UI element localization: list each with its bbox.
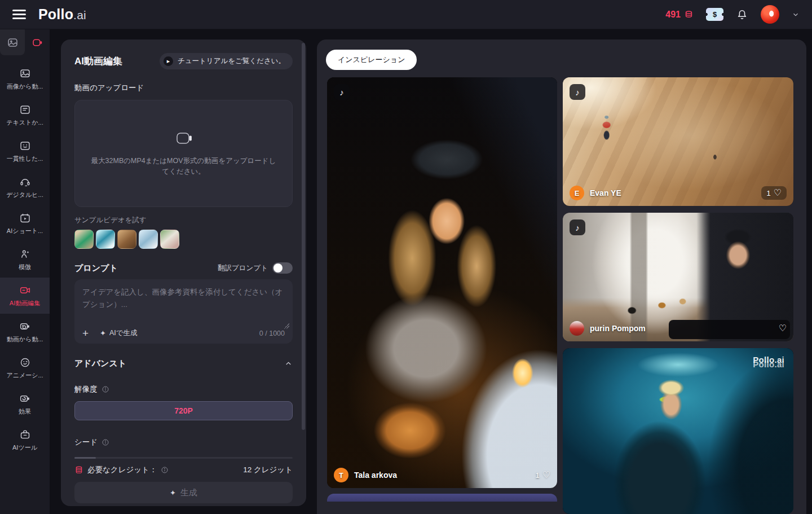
prompt-header: プロンプト 翻訳プロンプト — [74, 262, 293, 274]
like-count: 1 — [766, 189, 771, 197]
editor-panel: AI動画編集 ▶ チュートリアルをご覧ください。 動画のアップロード 最大32M… — [61, 39, 306, 506]
sidebar-item-effects[interactable]: 効果 — [0, 386, 50, 422]
inspiration-video-card[interactable]: ♪ T Tala arkova 1 ♡ — [327, 77, 557, 488]
inspiration-video-card[interactable]: ♪ purin Pompom ♡ — [563, 213, 793, 341]
sidebar-item-animation[interactable]: アニメーシ... — [0, 350, 50, 386]
logo[interactable]: Pollo.ai — [38, 6, 86, 23]
sample-video-thumb[interactable] — [117, 230, 136, 249]
like-count: 1 — [535, 471, 540, 480]
user-avatar[interactable] — [761, 5, 779, 24]
seed-label: シード — [74, 437, 98, 447]
sidebar-item-label: AIショート... — [7, 227, 43, 235]
add-reference-button[interactable]: + — [82, 328, 89, 339]
sidebar-item-label: 画像から動... — [7, 82, 43, 91]
sample-video-thumb[interactable] — [96, 230, 115, 249]
like-button[interactable]: ♡ — [779, 324, 787, 333]
ai-video-edit-icon — [19, 284, 31, 296]
tab-image-mode[interactable] — [0, 29, 25, 55]
animation-face-icon — [19, 357, 31, 368]
video-camera-icon — [32, 37, 43, 49]
generate-label: 生成 — [180, 487, 197, 498]
video-upload-dropzone[interactable]: 最大32MBのMP4またはMOV形式の動画をアップロードしてください。 — [74, 100, 293, 207]
info-icon[interactable] — [102, 438, 109, 446]
author-name: Tala arkova — [354, 471, 397, 480]
sidebar-item-label: アニメーシ... — [6, 371, 43, 380]
ai-shorts-icon — [19, 212, 31, 224]
sidebar-item-label: AIツール — [12, 443, 37, 452]
info-icon[interactable] — [161, 466, 169, 474]
chevron-down-icon[interactable] — [792, 11, 800, 19]
like-button[interactable]: 1 ♡ — [535, 471, 550, 480]
prompt-box: + ✦ AIで生成 0 / 1000 — [74, 279, 293, 344]
logo-text: Pollo — [38, 6, 73, 23]
sample-video-thumb[interactable] — [160, 230, 179, 249]
tutorial-button[interactable]: ▶ チュートリアルをご覧ください。 — [160, 53, 293, 69]
sidebar-item-video-to-video[interactable]: 動画から動... — [0, 314, 50, 350]
ai-generate-prompt-button[interactable]: ✦ AIで生成 — [100, 328, 138, 338]
sidebar-item-consistent-character[interactable]: 一貫性した... — [0, 133, 50, 169]
video-to-video-icon — [19, 320, 31, 332]
char-counter: 0 / 1000 — [259, 330, 285, 337]
video-thumbnail — [563, 348, 793, 514]
note-glyph: ♪ — [575, 223, 580, 232]
samples-label: サンプルビデオを試す — [74, 216, 293, 225]
editor-scrollbar[interactable] — [302, 43, 305, 430]
chevron-up-icon — [284, 359, 293, 368]
resolution-720p-button[interactable]: 720P — [74, 401, 293, 420]
credits-required-row: 必要なクレジット： 12 クレジット — [74, 465, 293, 475]
coin-icon — [684, 10, 694, 19]
card-footer: T Tala arkova 1 ♡ — [334, 468, 550, 482]
play-icon: ▶ — [164, 56, 173, 66]
sparkle-icon: ✦ — [170, 489, 176, 497]
card-footer: purin Pompom ♡ — [570, 321, 787, 336]
sidebar-item-image-to-video[interactable]: 画像から動... — [0, 61, 50, 97]
heart-icon: ♡ — [774, 188, 782, 197]
ai-tools-icon — [19, 429, 31, 441]
advanced-section-toggle[interactable]: アドバンスト — [74, 358, 293, 369]
video-thumbnail — [327, 77, 557, 488]
sidebar-item-label: デジタルヒ... — [6, 191, 43, 199]
inspiration-video-card[interactable]: Pollo.ai Pollo.ai — [563, 348, 793, 514]
sidebar-item-text-to-video[interactable]: テキストか... — [0, 97, 50, 133]
sidebar: 画像から動... テキストか... 一貫性した... デジタルヒ... AIショ… — [0, 29, 50, 514]
sidebar-item-label: AI動画編集 — [10, 299, 40, 307]
prompt-input[interactable] — [82, 286, 285, 318]
sidebar-item-label: 一貫性した... — [7, 155, 43, 163]
author-name: purin Pompom — [590, 324, 646, 333]
card-footer: E Evan YE 1 ♡ — [570, 186, 787, 200]
credits-required-label: 必要なクレジット： — [87, 465, 157, 475]
sample-video-thumb[interactable] — [74, 230, 94, 249]
note-glyph: ♪ — [575, 87, 580, 97]
next-card-peek[interactable] — [327, 494, 557, 502]
notifications-bell-icon[interactable] — [736, 8, 748, 21]
inspiration-tab[interactable]: インスピレーション — [326, 50, 417, 70]
tab-video-mode[interactable] — [25, 29, 50, 55]
author-name: Evan YE — [590, 188, 621, 197]
like-button[interactable]: 1 ♡ — [761, 186, 787, 200]
watermark-text: Pollo.ai — [753, 359, 784, 369]
tiktok-icon: ♪ — [334, 84, 350, 100]
image-to-video-icon — [19, 68, 31, 80]
info-icon[interactable] — [102, 385, 109, 393]
sidebar-item-ai-video-edit[interactable]: AI動画編集 — [0, 278, 50, 314]
translate-label: 翻訳プロンプト — [218, 263, 268, 273]
sidebar-item-label: テキストか... — [6, 118, 43, 127]
imitate-person-icon — [19, 248, 31, 260]
sidebar-item-digital-human[interactable]: デジタルヒ... — [0, 169, 50, 205]
author-avatar — [570, 321, 584, 336]
divider — [74, 457, 293, 459]
sidebar-item-ai-tools[interactable]: AIツール — [0, 422, 50, 458]
generate-button[interactable]: ✦ 生成 — [74, 482, 293, 503]
inspiration-video-card[interactable]: ♪ E Evan YE 1 ♡ — [563, 77, 793, 206]
credits-balance[interactable]: 491 — [665, 10, 694, 20]
translate-toggle[interactable] — [272, 262, 293, 274]
voucher-icon[interactable]: $ — [706, 8, 723, 21]
menu-icon[interactable] — [12, 10, 26, 19]
upload-hint: 最大32MBのMP4またはMOV形式の動画をアップロードしてください。 — [88, 156, 279, 178]
sample-video-thumb[interactable] — [139, 230, 158, 249]
sidebar-item-imitate[interactable]: 模倣 — [0, 241, 50, 278]
sidebar-item-ai-shorts[interactable]: AIショート... — [0, 205, 50, 241]
upload-section-label: 動画のアップロード — [74, 83, 293, 93]
logo-suffix: .ai — [73, 8, 86, 22]
prompt-toolbar: + ✦ AIで生成 0 / 1000 — [82, 328, 285, 339]
